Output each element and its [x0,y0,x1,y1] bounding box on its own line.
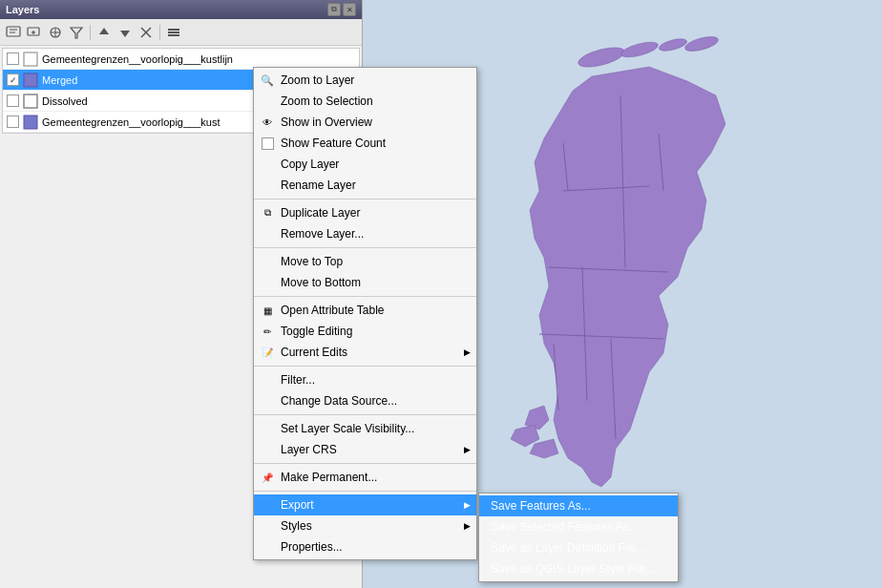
menu-item-show-feature-count[interactable]: Show Feature Count [254,133,476,154]
menu-item-show-overview[interactable]: 👁 Show in Overview [254,112,476,133]
show-overview-icon: 👁 [260,115,275,130]
svg-rect-28 [168,29,179,31]
menu-item-styles[interactable]: Styles [254,515,476,536]
menu-item-zoom-to-layer[interactable]: 🔍 Zoom to Layer [254,70,476,91]
close-button[interactable]: ✕ [343,3,356,16]
context-menu: 🔍 Zoom to Layer Zoom to Selection 👁 Show… [253,67,477,560]
menu-separator-1 [254,199,476,200]
svg-rect-33 [24,94,37,108]
menu-label-zoom-to-layer: Zoom to Layer [281,74,354,87]
menu-item-set-layer-scale[interactable]: Set Layer Scale Visibility... [254,418,476,439]
menu-label-duplicate-layer: Duplicate Layer [281,206,360,220]
svg-marker-24 [99,28,109,34]
submenu-item-save-features-as[interactable]: Save Features As... [479,495,678,516]
menu-item-rename-layer[interactable]: Rename Layer [254,175,476,196]
menu-separator-3 [254,296,476,297]
menu-item-move-to-top[interactable]: Move to Top [254,251,476,272]
layer-name-dissolved: Dissolved [42,95,88,107]
menu-item-export[interactable]: Export Save Features As... Save Selected… [254,494,476,515]
submenu-label-save-layer-definition: Save as Layer Definition File... [491,541,646,555]
layer-visibility-checkbox[interactable] [7,94,19,107]
svg-rect-30 [168,34,179,36]
zoom-to-layer-icon: 🔍 [260,73,275,88]
move-down-icon[interactable] [116,23,135,42]
menu-label-copy-layer: Copy Layer [281,158,339,171]
layer-visibility-checkbox[interactable]: ✓ [7,74,19,86]
menu-label-zoom-to-selection: Zoom to Selection [281,94,373,108]
menu-label-set-layer-scale: Set Layer Scale Visibility... [281,422,414,435]
menu-label-layer-crs: Layer CRS [281,443,337,456]
layers-toolbar [0,19,362,46]
menu-separator-7 [254,491,476,492]
menu-item-layer-crs[interactable]: Layer CRS [254,439,476,460]
submenu-label-save-selected-features: Save Selected Features As... [491,520,639,534]
attribute-table-icon: ▦ [260,303,275,318]
menu-label-rename-layer: Rename Layer [281,178,356,192]
current-edits-icon: 📝 [260,345,275,360]
add-layer-icon[interactable] [25,23,44,42]
menu-item-zoom-to-selection[interactable]: Zoom to Selection [254,91,476,112]
menu-label-change-data-source: Change Data Source... [281,394,397,408]
layer-name-merged: Merged [42,74,77,86]
digitize-icon[interactable] [46,23,65,42]
menu-item-move-to-bottom[interactable]: Move to Bottom [254,272,476,293]
menu-label-current-edits: Current Edits [281,346,347,359]
layer-type-icon [23,73,38,88]
menu-item-open-attribute-table[interactable]: ▦ Open Attribute Table [254,300,476,321]
menu-separator-6 [254,463,476,464]
svg-rect-29 [168,32,179,33]
filter-icon[interactable] [67,23,86,42]
duplicate-layer-icon: ⧉ [260,205,275,220]
menu-label-remove-layer: Remove Layer... [281,227,364,241]
menu-item-filter[interactable]: Filter... [254,369,476,390]
layer-name: Gemeentegrenzen__voorlopig___kustlijn [42,53,233,65]
menu-item-toggle-editing[interactable]: ✏ Toggle Editing [254,321,476,342]
move-up-icon[interactable] [94,23,114,42]
layers-panel-title: Layers [6,4,39,15]
submenu-label-save-qgis-style: Save as QGIS Layer Style File... [491,562,656,576]
menu-separator-5 [254,414,476,415]
layer-type-icon [23,94,38,109]
export-submenu: Save Features As... Save Selected Featur… [478,493,679,582]
menu-item-change-data-source[interactable]: Change Data Source... [254,390,476,411]
remove-layer-icon[interactable] [136,23,156,42]
menu-item-make-permanent[interactable]: 📌 Make Permanent... [254,467,476,488]
menu-label-move-to-top: Move to Top [281,255,343,268]
svg-rect-31 [24,52,37,66]
menu-label-move-to-bottom: Move to Bottom [281,276,361,289]
svg-marker-23 [71,28,82,38]
layer-visibility-checkbox[interactable] [7,52,19,65]
submenu-item-save-layer-definition[interactable]: Save as Layer Definition File... [479,537,678,558]
menu-label-open-attribute-table: Open Attribute Table [281,304,385,317]
menu-item-current-edits[interactable]: 📝 Current Edits [254,342,476,363]
titlebar-buttons: ⧉ ✕ [327,3,356,16]
layer-name-4: Gemeentegrenzen__voorlopig___kust [42,116,220,128]
svg-rect-14 [7,27,20,36]
menu-item-duplicate-layer[interactable]: ⧉ Duplicate Layer [254,202,476,223]
toolbar-separator-2 [159,25,160,40]
menu-separator-2 [254,247,476,248]
expand-all-icon[interactable] [164,23,183,42]
menu-label-toggle-editing: Toggle Editing [281,325,352,338]
layers-titlebar: Layers ⧉ ✕ [0,0,362,19]
submenu-item-save-qgis-style[interactable]: Save as QGIS Layer Style File... [479,558,678,579]
layer-visibility-checkbox[interactable] [7,116,19,128]
menu-item-properties[interactable]: Properties... [254,536,476,557]
feature-count-checkbox[interactable] [262,137,274,150]
menu-item-copy-layer[interactable]: Copy Layer [254,154,476,175]
submenu-item-save-selected-features[interactable]: Save Selected Features As... [479,516,678,537]
layer-type-icon [23,52,38,67]
open-layer-properties-icon[interactable] [4,23,23,42]
menu-separator-4 [254,366,476,367]
svg-rect-34 [24,116,37,129]
layer-type-icon [23,115,38,130]
svg-marker-25 [120,31,130,37]
svg-rect-32 [24,74,37,87]
submenu-label-save-features-as: Save Features As... [491,499,591,513]
menu-label-show-feature-count: Show Feature Count [281,136,386,150]
toolbar-separator-1 [90,25,91,40]
toggle-editing-icon: ✏ [260,324,275,339]
menu-label-properties: Properties... [281,540,343,554]
restore-button[interactable]: ⧉ [327,3,341,16]
menu-item-remove-layer[interactable]: Remove Layer... [254,223,476,244]
